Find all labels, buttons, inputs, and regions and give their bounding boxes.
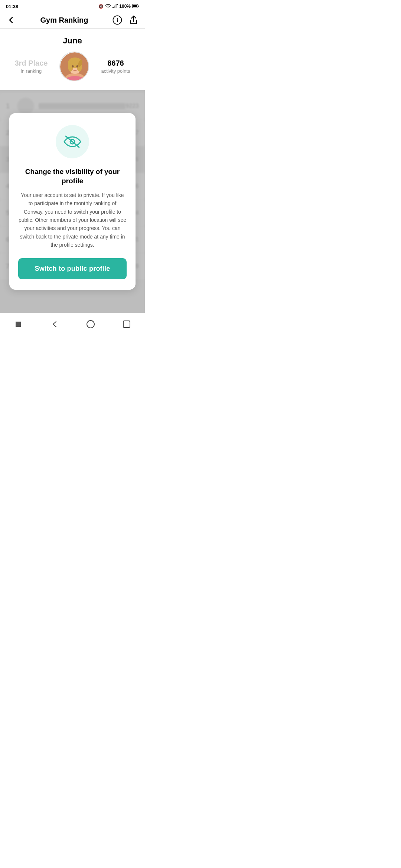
nav-back-icon[interactable]: [48, 318, 61, 331]
svg-rect-6: [133, 5, 137, 7]
mute-icon: 🔇: [98, 4, 104, 9]
content-area: 1 9223 2 9017 3 8676: [0, 90, 145, 313]
battery-icon: [132, 4, 139, 9]
rank-stat: 3rd Place in ranking: [15, 59, 48, 74]
signal-icon: [113, 4, 118, 9]
status-icons: 🔇 100%: [98, 4, 139, 9]
rank-label: in ranking: [15, 68, 48, 74]
nav-left: [6, 15, 16, 25]
profile-stats: 3rd Place in ranking: [6, 52, 139, 81]
ranking-background: 1 9223 2 9017 3 8676: [0, 90, 145, 313]
battery-label: 100%: [119, 4, 131, 9]
share-button[interactable]: [128, 15, 139, 25]
bottom-nav-bar: [0, 313, 145, 337]
svg-point-17: [72, 65, 74, 68]
profile-name: June: [6, 36, 139, 46]
info-button[interactable]: [112, 15, 123, 25]
svg-rect-24: [123, 321, 130, 328]
svg-rect-0: [113, 7, 114, 8]
status-time: 01:38: [6, 4, 18, 9]
switch-to-public-button[interactable]: Switch to public profile: [18, 258, 127, 279]
nav-bar: Gym Ranking: [0, 12, 145, 29]
nav-home-icon[interactable]: [84, 318, 97, 331]
rank-value: 3rd Place: [15, 59, 48, 68]
modal-icon-container: [56, 125, 89, 158]
page-title: Gym Ranking: [40, 16, 88, 24]
svg-point-9: [117, 18, 118, 19]
nav-recents-icon[interactable]: [120, 318, 133, 331]
status-bar: 01:38 🔇 100%: [0, 0, 145, 12]
points-stat: 8676 activity points: [101, 59, 130, 74]
nav-right: [112, 15, 139, 25]
svg-rect-2: [115, 4, 117, 8]
avatar-image: [60, 52, 89, 81]
wifi-icon: [105, 4, 111, 9]
modal-title: Change the visibility of your profile: [18, 167, 127, 185]
profile-section: June 3rd Place in ranking: [0, 29, 145, 90]
page: 01:38 🔇 100%: [0, 0, 145, 337]
hidden-eye-icon: [63, 135, 82, 149]
points-value: 8676: [101, 59, 130, 68]
svg-rect-22: [16, 322, 21, 327]
svg-point-23: [87, 320, 94, 328]
svg-rect-1: [114, 6, 115, 8]
modal-description: Your user account is set to private. If …: [18, 191, 127, 249]
points-label: activity points: [101, 68, 130, 74]
back-button[interactable]: [6, 15, 16, 25]
modal-overlay: Change the visibility of your profile Yo…: [0, 90, 145, 313]
visibility-modal: Change the visibility of your profile Yo…: [9, 113, 136, 289]
avatar: [59, 52, 89, 81]
svg-point-18: [76, 65, 78, 68]
nav-stop-icon[interactable]: [12, 318, 25, 331]
